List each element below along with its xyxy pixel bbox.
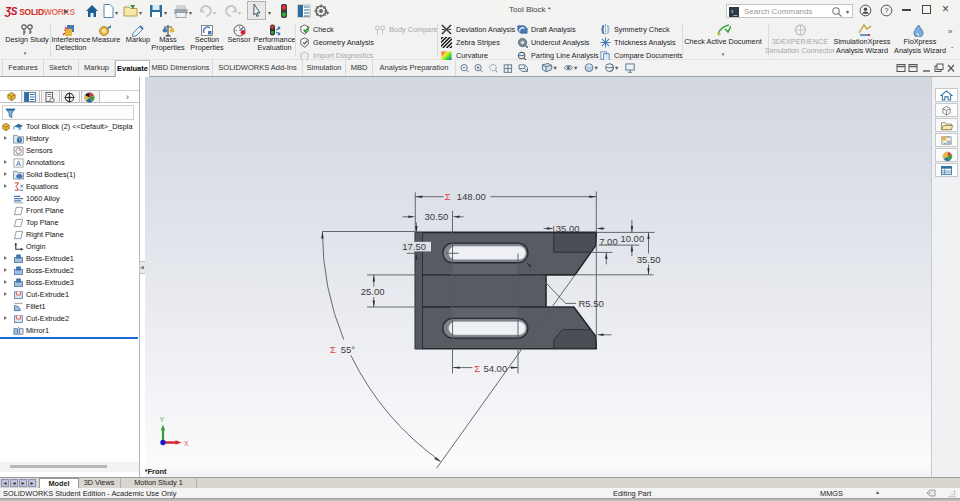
svg-text:?: ? [884,6,888,15]
svg-text:148.00: 148.00 [457,191,486,202]
svg-text:30.50: 30.50 [425,211,449,222]
svg-text:X: X [184,440,189,447]
svg-text:54.00: 54.00 [483,363,507,374]
svg-text:Σ: Σ [474,363,480,374]
svg-text:▾: ▾ [595,64,599,71]
svg-text:▾: ▾ [615,64,619,71]
svg-text:A: A [16,159,21,168]
svg-text:▾: ▾ [554,64,558,71]
svg-text:*Front: *Front [145,467,168,476]
svg-text:25.00: 25.00 [361,286,385,297]
svg-text:10.00: 10.00 [620,233,644,244]
svg-text:35.00: 35.00 [556,223,580,234]
svg-text:Σ: Σ [330,344,336,355]
svg-text:Y: Y [160,416,165,423]
svg-text:R5.50: R5.50 [578,298,603,309]
svg-text:17.50: 17.50 [402,241,426,252]
svg-text:35.50: 35.50 [637,254,661,265]
svg-text:Σ: Σ [445,191,451,202]
svg-text:7.00: 7.00 [599,236,618,247]
svg-text:▾: ▾ [574,64,578,71]
svg-text:55°: 55° [341,344,356,355]
